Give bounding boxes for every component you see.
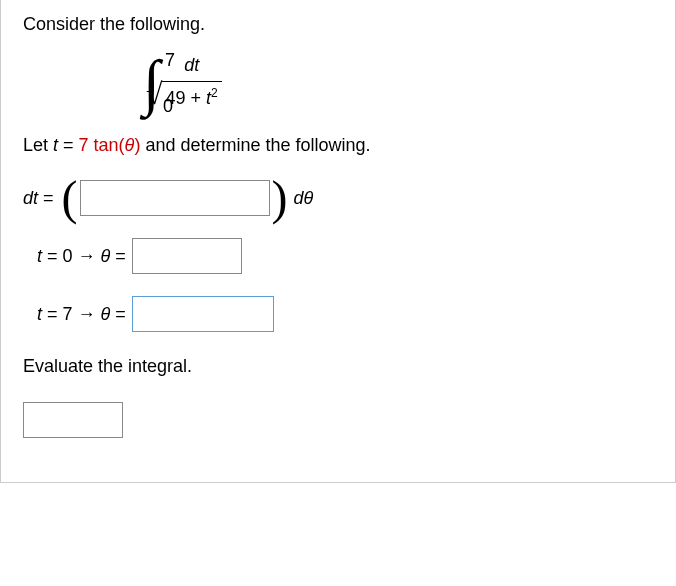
t0-row: t = 0 → θ = (23, 238, 653, 274)
sub-num: 7 (79, 135, 89, 155)
t7-row: t = 7 → θ = (23, 296, 653, 332)
t0-eq2: = (110, 246, 126, 266)
dt-var: dt (23, 188, 38, 208)
problem-card: Consider the following. ∫ 7 0 dt √ 49 + … (0, 0, 676, 483)
radicand-plus: + (185, 88, 206, 108)
dt-input[interactable] (80, 180, 270, 216)
sub-func: tan( (89, 135, 125, 155)
t7-val: 7 (63, 304, 73, 324)
t7-theta: θ (101, 304, 111, 324)
sub-prefix: Let (23, 135, 53, 155)
t0-arrow: → (73, 246, 101, 266)
final-input[interactable] (23, 402, 123, 438)
theta7-input[interactable] (132, 296, 274, 332)
t0-theta: θ (101, 246, 111, 266)
t7-eq1: = (42, 304, 63, 324)
sub-theta: θ (125, 135, 135, 155)
sub-eq: = (58, 135, 79, 155)
close-paren-icon: ) (270, 184, 290, 213)
evaluate-label: Evaluate the integral. (23, 354, 653, 379)
open-paren-icon: ( (60, 184, 80, 213)
integral-upper-limit: 7 (165, 51, 175, 69)
integral-numerator: dt (176, 53, 207, 79)
t0-val: 0 (63, 246, 73, 266)
sub-suffix: and determine the following. (140, 135, 370, 155)
t0-eq1: = (42, 246, 63, 266)
t7-lhs: t = 7 → θ = (37, 302, 126, 327)
t7-arrow: → (73, 304, 101, 324)
dt-eq: = (38, 188, 54, 208)
substitution-instruction: Let t = 7 tan(θ) and determine the follo… (23, 133, 653, 158)
t0-lhs: t = 0 → θ = (37, 244, 126, 269)
sub-value-red: 7 tan(θ) (79, 135, 141, 155)
intro-text: Consider the following. (23, 12, 653, 37)
dtheta-label: dθ (294, 186, 314, 211)
final-row (23, 402, 653, 438)
radicand-exp: 2 (211, 86, 218, 100)
integral-expression: ∫ 7 0 dt √ 49 + t2 (143, 51, 653, 113)
theta0-input[interactable] (132, 238, 242, 274)
integral-lower-limit: 0 (163, 97, 173, 115)
dt-row: dt = ( ) dθ (23, 180, 653, 216)
dt-lhs: dt = (23, 186, 54, 211)
t7-eq2: = (110, 304, 126, 324)
integral-symbol: ∫ 7 0 (143, 51, 160, 113)
